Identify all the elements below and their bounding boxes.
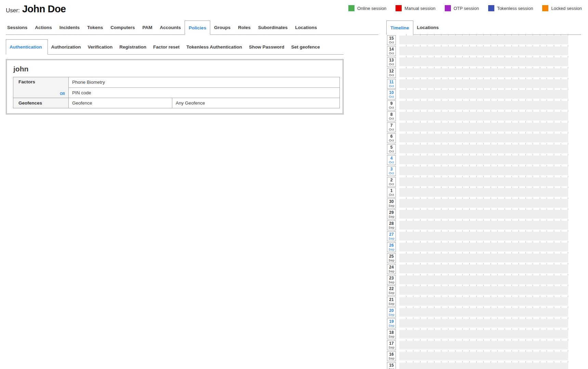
date-month: Sep <box>387 335 396 338</box>
main-tab[interactable]: Actions <box>31 20 56 35</box>
policy-panel-title: john <box>13 65 343 73</box>
date-box[interactable]: 10 Oct <box>387 90 396 99</box>
policy-subtab[interactable]: Set geofence <box>288 39 323 54</box>
date-box[interactable]: 12 Oct <box>387 68 396 78</box>
policy-subtab[interactable]: Verification <box>84 39 116 54</box>
date-month: Sep <box>387 226 396 229</box>
date-box[interactable]: 29 Sep <box>387 209 396 219</box>
date-box[interactable]: 24 Sep <box>387 264 396 274</box>
main-tab[interactable]: Computers <box>107 20 138 35</box>
timeline-day-track <box>399 352 568 360</box>
date-box[interactable]: 19 Sep <box>387 318 396 328</box>
policy-subtab-label: Factor reset <box>153 44 179 50</box>
date-day: 12 <box>387 69 396 73</box>
policy-subtab[interactable]: Factor reset <box>150 39 183 54</box>
policy-subtabbar: Authentication Authorization Verificatio… <box>6 39 344 55</box>
main-tab[interactable]: Tokens <box>83 20 107 35</box>
main-tab[interactable]: Policies <box>185 20 210 35</box>
main-tab-label: Sessions <box>7 25 27 30</box>
timeline-day-track <box>399 68 568 77</box>
date-box[interactable]: 22 Sep <box>387 286 396 296</box>
date-box[interactable]: 11 Oct <box>387 79 396 89</box>
policy-subtab-label: Verification <box>88 44 113 50</box>
main-tab[interactable]: Accounts <box>156 20 185 35</box>
timeline-day-track <box>399 210 568 219</box>
main-tab[interactable]: Subordinates <box>254 20 291 35</box>
policy-subtab[interactable]: Show Password <box>245 39 288 54</box>
date-box[interactable]: 26 Sep <box>387 242 396 252</box>
date-month: Sep <box>387 302 396 305</box>
date-box[interactable]: 6 Oct <box>387 133 396 143</box>
main-tab[interactable]: PAM <box>139 20 156 35</box>
legend-item: OTP session <box>445 5 479 11</box>
date-day: 27 <box>387 232 396 236</box>
date-box[interactable]: 27 Sep <box>387 231 396 241</box>
policy-table: Factors OR Phone Biometry PIN code Geofe… <box>13 77 340 108</box>
date-box[interactable]: 17 Sep <box>387 340 396 350</box>
main-tab[interactable]: Locations <box>291 20 321 35</box>
date-box[interactable]: 14 Oct <box>387 46 396 56</box>
legend-color-swatch <box>348 5 355 11</box>
date-box[interactable]: 23 Sep <box>387 275 396 285</box>
legend-item: Online session <box>348 5 386 11</box>
date-month: Sep <box>387 291 396 295</box>
date-day: 5 <box>387 145 396 149</box>
date-box[interactable]: 21 Sep <box>387 297 396 306</box>
policy-subtab[interactable]: Authorization <box>48 39 84 54</box>
main-tab[interactable]: Groups <box>210 20 234 35</box>
date-box[interactable]: 9 Oct <box>387 100 396 110</box>
policy-subtab[interactable]: Authentication <box>6 39 48 55</box>
date-box[interactable]: 15 Sep <box>387 362 396 369</box>
main-tab[interactable]: Sessions <box>6 20 31 35</box>
date-box[interactable]: 25 Sep <box>387 253 396 263</box>
date-day: 11 <box>387 80 396 84</box>
factors-label: Factors <box>18 79 66 84</box>
timeline-day-track <box>399 57 568 66</box>
legend-color-swatch <box>542 5 548 11</box>
main-tab-label: Accounts <box>160 25 181 30</box>
date-box[interactable]: 4 Oct <box>387 155 396 165</box>
timeline-day-track <box>399 319 568 328</box>
policy-subtab[interactable]: Registration <box>116 39 150 54</box>
date-month: Oct <box>387 193 396 196</box>
main-tab-label: Computers <box>110 25 135 30</box>
date-box[interactable]: 15 Oct <box>387 35 396 45</box>
geofence-type-cell: Geofence <box>69 98 172 108</box>
policy-subtab-label: Show Password <box>249 44 284 50</box>
user-label: User: <box>6 7 20 14</box>
date-box[interactable]: 13 Oct <box>387 57 396 67</box>
date-day: 17 <box>387 341 396 345</box>
date-box[interactable]: 2 Oct <box>387 177 396 187</box>
date-day: 10 <box>387 91 396 95</box>
date-box[interactable]: 1 Oct <box>387 188 396 197</box>
date-box[interactable]: 5 Oct <box>387 144 396 154</box>
timeline: 15 Oct 14 Oct 13 Oct 12 Oct <box>387 36 572 369</box>
policy-subtab-label: Set geofence <box>291 44 320 50</box>
legend-item: Locked session <box>542 5 582 11</box>
date-box[interactable]: 28 Sep <box>387 220 396 230</box>
timeline-day-track <box>399 232 568 241</box>
panel-tab[interactable]: Timeline <box>386 20 413 35</box>
date-box[interactable]: 30 Sep <box>387 199 396 208</box>
policy-subtab[interactable]: Tokenless Authentication <box>183 39 245 54</box>
main-tab[interactable]: Roles <box>234 20 254 35</box>
date-box[interactable]: 8 Oct <box>387 111 396 121</box>
date-month: Sep <box>387 237 396 240</box>
session-legend: Online session Manual session OTP sessio… <box>348 5 582 11</box>
date-box[interactable]: 20 Sep <box>387 308 396 317</box>
date-box[interactable]: 18 Sep <box>387 329 396 339</box>
date-day: 14 <box>387 47 396 51</box>
panel-tab[interactable]: Locations <box>413 20 443 35</box>
main-tab[interactable]: Incidents <box>56 20 83 35</box>
date-box[interactable]: 7 Oct <box>387 122 396 132</box>
date-box[interactable]: 3 Oct <box>387 166 396 176</box>
main-tabbar: Sessions Actions Incidents Tokens Comput… <box>6 20 378 35</box>
main-tab-label: PAM <box>143 25 152 30</box>
timeline-day-track <box>399 188 568 197</box>
timeline-day-track <box>399 199 568 208</box>
date-month: Oct <box>387 139 396 142</box>
date-box[interactable]: 16 Sep <box>387 351 396 361</box>
date-month: Sep <box>387 215 396 218</box>
main-tab-label: Incidents <box>59 25 80 30</box>
date-month: Oct <box>387 150 396 153</box>
